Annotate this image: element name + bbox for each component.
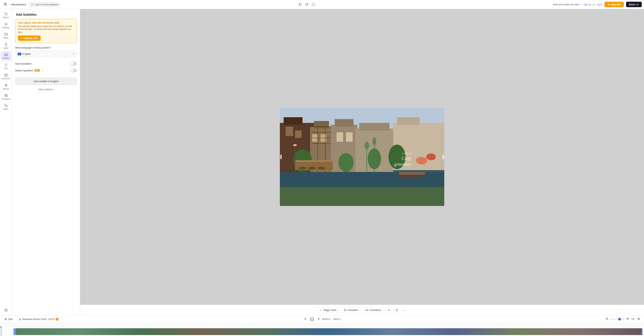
save-project-text: Save your project for later — [553,3,582,6]
playhead[interactable] [1,327,1,336]
resize-handle-right[interactable] [442,155,444,159]
svg-rect-47 [295,160,332,162]
svg-rect-8 [6,74,7,75]
zoom-in-button[interactable] [626,317,630,321]
timeline-ruler: 0 2m 4m 6m 8m 10m 12m 14m 16m 18m [0,323,644,327]
timeline-track-area[interactable] [0,327,644,336]
log-in-link[interactable]: log in [597,3,602,6]
transitions-toolbar-button[interactable]: Transitions [363,307,384,313]
svg-point-48 [299,167,306,170]
upgrade-plan-button[interactable]: Upgrade plan [18,35,41,41]
svg-point-50 [318,167,325,170]
play-button[interactable] [309,316,315,322]
track-handle-right[interactable] [641,328,642,335]
speed-icon[interactable] [394,307,400,313]
panel-title: Add Subtitles [16,13,76,16]
topbar-right: Save your project for later — sign up or… [553,3,602,6]
video-overlay: a filter in Cosygreenery [394,152,412,167]
sidebar-item-audio[interactable]: Audio [1,41,11,51]
svg-rect-22 [286,127,293,136]
zoom-slider[interactable] [610,319,625,320]
sidebar-item-elements[interactable]: Elements [1,72,11,81]
svg-rect-10 [6,75,7,76]
sidebar-item-settings[interactable]: Settings [1,21,11,30]
svg-rect-35 [335,119,354,127]
sidebar-item-media[interactable]: Media [1,31,11,40]
svg-point-16 [6,311,6,311]
sidebar-item-transitions[interactable]: Transitions [1,92,11,102]
svg-rect-59 [399,172,425,175]
main-area: Search Settings Media Audio Subtitles Te… [0,9,644,315]
undo-button[interactable] [298,2,303,7]
video-overlay-large: Cosygreenery [394,155,412,167]
topbar-middle [63,2,551,7]
timeline-controls: Split Download Section (0:00 - 18:31) ! … [0,316,644,323]
tab-label: videoplayback [10,3,26,6]
sidebar-item-text[interactable]: Text [1,61,11,71]
video-area: a filter in Cosygreenery Magic Tools Ani… [80,9,644,315]
detect-speakers-toggle[interactable] [70,68,77,72]
svg-rect-36 [336,132,343,142]
svg-point-14 [6,105,7,107]
video-toolbar: Magic Tools Animation Transitions ⋯ [80,305,644,315]
track-handle-left[interactable] [14,328,15,335]
upgrade-button[interactable]: Upgrade [604,2,624,7]
svg-rect-63 [366,309,367,311]
reset-icon[interactable] [311,2,316,7]
more-options-link[interactable]: More Options [12,86,80,92]
done-button[interactable]: Done [626,2,642,7]
svg-rect-2 [4,5,7,5]
sidebar-item-record[interactable]: Record [1,82,11,91]
icon-sidebar: Search Settings Media Audio Subtitles Te… [0,9,12,315]
help-icon[interactable] [1,307,11,314]
language-text: English [23,52,72,55]
sign-up-link[interactable]: sign up [584,3,591,6]
timeline-settings-icon[interactable] [636,317,641,322]
chevron-down-icon: ▾ [73,52,74,55]
subtitles-panel: Add Subtitles Your clip is over the 10-m… [12,9,80,315]
playback-controls: 00:00.9 / 18:31.1 [303,316,341,322]
auto-subtitle-button[interactable]: Auto-subtitle in English [15,78,77,85]
animation-button[interactable]: Animation [341,307,361,313]
svg-rect-25 [314,121,329,129]
zoom-controls: Fit [605,317,641,322]
sidebar-item-search[interactable]: Search [1,10,11,20]
split-button[interactable]: Split [3,317,14,321]
rewind-button[interactable] [303,317,308,322]
svg-rect-51 [294,146,295,164]
fit-button[interactable]: Fit [630,317,635,321]
svg-point-4 [6,24,6,25]
zoom-out-button[interactable] [605,317,609,321]
svg-point-69 [638,318,639,319]
svg-point-54 [364,142,369,149]
pro-badge: PRO [34,69,40,72]
svg-point-61 [426,153,436,160]
sidebar-item-filters[interactable]: Filters [1,102,11,112]
warning-title: Your clip is over the 10-minute limit [18,21,74,24]
save-progress-btn[interactable]: Log in to save progress [28,2,61,7]
panel-header: Add Subtitles [12,9,80,19]
svg-rect-1 [4,4,7,4]
redo-button[interactable] [304,2,309,7]
svg-point-49 [308,167,316,170]
save-label: Log in to save progress [34,3,58,6]
add-translation-toggle[interactable] [70,62,77,65]
video-track[interactable] [15,328,642,335]
svg-point-52 [293,144,297,146]
language-select[interactable]: US English ▾ [15,51,77,57]
volume-icon[interactable] [386,307,392,313]
current-time: 00:00.9 / 18:31.1 [322,318,341,321]
download-section-button[interactable]: Download Section (0:00 - 18:31) ! [17,317,60,322]
magic-tools-button[interactable]: Magic Tools [317,307,339,313]
sidebar-item-subtitles[interactable]: Subtitles [1,51,11,61]
video-frame: a filter in Cosygreenery [280,108,444,206]
svg-point-3 [5,13,7,15]
more-options-icon[interactable]: ⋯ [402,307,407,313]
video-container: a filter in Cosygreenery [80,9,644,305]
hamburger-icon[interactable] [2,1,8,8]
fast-forward-button[interactable] [316,317,321,322]
download-warning-badge: ! [56,318,58,321]
svg-point-43 [338,153,354,172]
resize-handle-left[interactable] [280,155,282,159]
language-label: What language is being spoken? [15,46,77,49]
